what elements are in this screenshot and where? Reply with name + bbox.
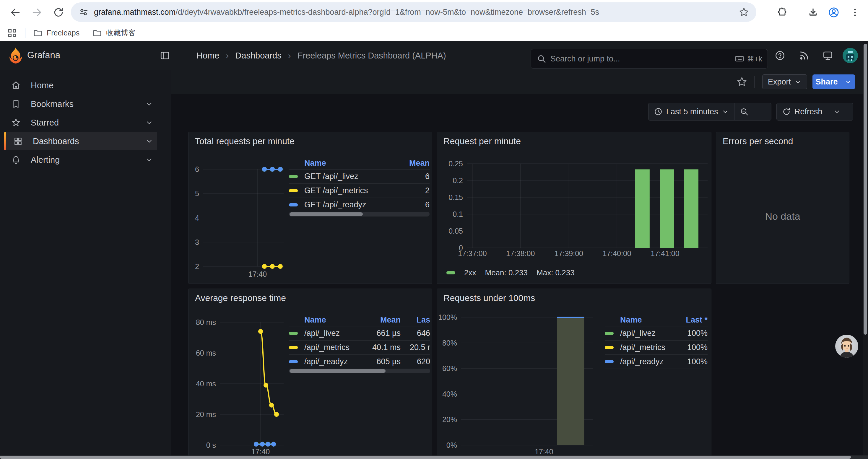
series-color-pill: [605, 332, 614, 335]
url-bar[interactable]: grafana.mathmast.com/d/deytv4rwavabkb/fr…: [71, 2, 756, 22]
folder-icon: [92, 28, 102, 38]
legend-table[interactable]: NameMeanGET /api/_livez6GET /api/_metric…: [289, 157, 430, 212]
svg-text:17:37:00: 17:37:00: [458, 249, 487, 258]
sidebar-item-dashboards[interactable]: Dashboards: [4, 132, 157, 150]
export-button[interactable]: Export: [762, 74, 807, 89]
sidebar-item-bookmarks[interactable]: Bookmarks: [4, 95, 157, 113]
reload-button[interactable]: [50, 4, 67, 21]
legend-table[interactable]: NameLast */api/_livez100%/api/_metrics10…: [605, 314, 708, 369]
panel-total-requests-per-minute[interactable]: Total requests per minute 6543217:40 Nam…: [188, 132, 432, 284]
search-box[interactable]: ⌘+k: [531, 49, 768, 68]
legend-row[interactable]: /api/_livez661 µs646: [289, 326, 430, 340]
legend-table[interactable]: NameMeanLas/api/_livez661 µs646/api/_met…: [289, 314, 430, 369]
legend-row[interactable]: GET /api/_metrics2: [289, 184, 430, 198]
legend-row[interactable]: /api/_readyz100%: [605, 355, 708, 369]
clock-icon: [654, 107, 663, 116]
svg-text:17:39:00: 17:39:00: [555, 249, 583, 258]
legend-scrollbar[interactable]: [289, 212, 430, 217]
legend-column-header[interactable]: Las: [401, 316, 430, 325]
refresh-interval-dropdown[interactable]: [828, 103, 846, 120]
panel-average-response-time[interactable]: Average response time 80 ms60 ms40 ms20 …: [188, 289, 432, 459]
panel-errors-per-second[interactable]: Errors per second No data: [716, 132, 849, 284]
forward-button[interactable]: [28, 4, 46, 21]
sidebar-item-label: Starred: [31, 118, 59, 128]
svg-text:2: 2: [195, 262, 199, 270]
legend-row[interactable]: /api/_metrics100%: [605, 340, 708, 355]
legend-column-header[interactable]: Mean: [394, 159, 430, 168]
series-color-pill: [289, 175, 298, 178]
apps-grid-icon[interactable]: [8, 29, 16, 37]
legend-column-header[interactable]: Name: [289, 159, 394, 168]
page-horizontal-scrollbar[interactable]: [0, 455, 868, 459]
chevron-down-icon[interactable]: [145, 119, 153, 126]
share-dropdown-button[interactable]: [841, 74, 855, 89]
breadcrumb-separator: ›: [226, 51, 229, 61]
refresh-label: Refresh: [795, 107, 823, 117]
legend-scrollbar[interactable]: [289, 369, 430, 373]
share-button[interactable]: Share: [812, 74, 841, 89]
panel-title: Errors per second: [723, 136, 793, 146]
chevron-down-icon[interactable]: [145, 100, 153, 108]
chevron-down-icon[interactable]: [145, 137, 153, 145]
time-range-picker[interactable]: Last 5 minutes: [649, 103, 734, 120]
sidebar-toggle-icon[interactable]: [159, 50, 170, 61]
legend-row[interactable]: GET /api/_livez6: [289, 169, 430, 184]
help-icon[interactable]: [775, 50, 785, 61]
extensions-button[interactable]: [773, 4, 791, 21]
chart-legend[interactable]: 2xxMean: 0.233Max: 0.233: [446, 267, 575, 278]
breadcrumb-home[interactable]: Home: [196, 51, 219, 61]
home-icon: [11, 80, 21, 90]
panel-request-per-minute[interactable]: Request per minute 0.250.20.150.10.05017…: [437, 132, 711, 284]
legend-row[interactable]: /api/_livez100%: [605, 326, 708, 340]
series-color-pill: [605, 346, 614, 349]
svg-text:17:40: 17:40: [535, 448, 553, 456]
grafana-top-nav: Grafana Home › Dashboards › Freeleaps Me…: [0, 41, 868, 70]
grafana-logo-icon[interactable]: [8, 47, 24, 64]
assistant-avatar[interactable]: [835, 335, 858, 358]
legend-column-header[interactable]: Mean: [359, 316, 401, 325]
sidebar-item-home[interactable]: Home: [4, 76, 157, 95]
chart-request-per-minute: 0.250.20.150.10.05017:37:0017:38:0017:39…: [439, 153, 709, 265]
legend-row[interactable]: /api/_readyz605 µs620: [289, 355, 430, 369]
legend-column-header[interactable]: Name: [289, 316, 359, 325]
sidebar-item-label: Alerting: [31, 155, 60, 165]
svg-text:20%: 20%: [442, 415, 457, 424]
svg-text:100%: 100%: [439, 313, 457, 321]
profile-button[interactable]: [825, 4, 843, 21]
bookmarks-bar: Freeleaps 收藏博客: [0, 25, 868, 41]
chevron-down-icon[interactable]: [145, 156, 153, 164]
user-avatar[interactable]: [843, 48, 858, 63]
legend-row[interactable]: /api/_metrics40.1 ms20.5 r: [289, 340, 430, 355]
subheader-divider: [754, 76, 754, 88]
bookmark-folder-freeleaps[interactable]: Freeleaps: [33, 28, 80, 38]
sidebar-item-alerting[interactable]: Alerting: [4, 151, 157, 169]
panel-title: Request per minute: [443, 136, 521, 146]
bookmark-folder-blogs[interactable]: 收藏博客: [92, 28, 135, 38]
downloads-button[interactable]: [804, 4, 822, 21]
sidebar-item-starred[interactable]: Starred: [4, 113, 157, 132]
back-button[interactable]: [6, 4, 24, 21]
news-rss-icon[interactable]: [799, 50, 809, 61]
svg-text:17:40: 17:40: [248, 270, 267, 278]
bookmark-star-icon[interactable]: [739, 7, 749, 18]
browser-menu-button[interactable]: [846, 4, 864, 21]
breadcrumb-dashboards[interactable]: Dashboards: [235, 51, 281, 61]
series-color-pill: [289, 332, 298, 335]
site-controls-icon[interactable]: [79, 7, 89, 17]
page-vertical-scrollbar[interactable]: [863, 41, 868, 459]
legend-row[interactable]: GET /api/_readyz6: [289, 198, 430, 212]
panel-requests-under-100ms[interactable]: Requests under 100ms 100%80%60%40%20%0%1…: [437, 289, 711, 459]
svg-text:0.25: 0.25: [448, 160, 463, 168]
page: grafana.mathmast.com/d/deytv4rwavabkb/fr…: [0, 0, 868, 459]
favorite-star-icon[interactable]: [736, 76, 747, 88]
zoom-out-button[interactable]: [735, 103, 754, 120]
bookmark-label: Freeleaps: [47, 29, 80, 37]
dashboards-grid-icon: [13, 136, 23, 146]
search-input[interactable]: [550, 54, 735, 64]
monitor-icon[interactable]: [823, 50, 833, 61]
refresh-button[interactable]: Refresh: [777, 103, 828, 120]
scrollbar-thumb[interactable]: [0, 456, 851, 459]
scrollbar-thumb[interactable]: [864, 44, 867, 335]
legend-column-header[interactable]: Last *: [672, 316, 708, 325]
legend-column-header[interactable]: Name: [605, 316, 672, 325]
